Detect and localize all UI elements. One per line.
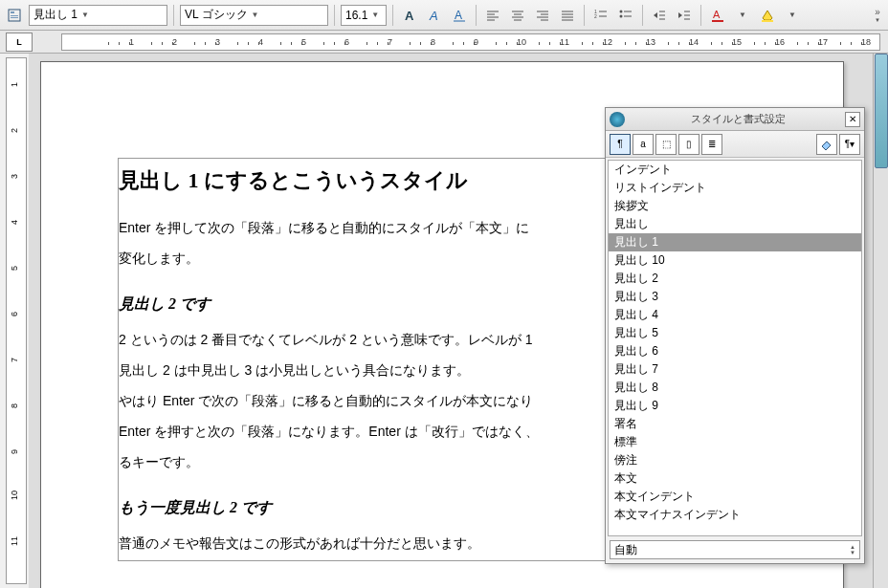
styles-formatting-panel: スタイルと書式設定 ✕ ¶ a ⬚ ▯ ≣ ¶▾ インデントリストインデント挨拶… [605, 107, 865, 564]
vruler-tick: 2 [10, 128, 19, 133]
styles-panel-toggle[interactable] [4, 5, 25, 26]
svg-marker-36 [678, 12, 682, 18]
paragraph-styles-button[interactable]: ¶ [610, 134, 631, 155]
style-list-item[interactable]: 本文マイナスインデント [609, 506, 861, 524]
decrease-indent-button[interactable] [649, 5, 670, 26]
style-list-item[interactable]: 標準 [609, 433, 861, 451]
separator [476, 5, 477, 26]
svg-point-28 [620, 10, 623, 12]
ruler-tick: 16 [775, 37, 785, 47]
style-list-item[interactable]: リストインデント [609, 179, 861, 197]
svg-text:A: A [713, 9, 721, 20]
style-list-item[interactable]: 見出し 9 [609, 397, 861, 415]
vruler-tick: 11 [10, 536, 19, 546]
spin-arrows-icon: ▲▼ [850, 544, 855, 555]
align-center-button[interactable] [507, 5, 528, 26]
character-styles-button[interactable]: a [633, 134, 654, 155]
vruler-tick: 1 [10, 82, 19, 87]
svg-marker-42 [763, 11, 772, 20]
style-filter-value: 自動 [614, 542, 637, 558]
style-list-item[interactable]: 見出し 6 [609, 342, 861, 360]
horizontal-ruler[interactable]: 123456789101112131415161718 [61, 33, 880, 51]
style-filter-select[interactable]: 自動 ▲▼ [610, 540, 860, 559]
vruler-tick: 6 [10, 312, 19, 316]
toolbar-overflow-button[interactable]: »▼ [871, 2, 884, 29]
tab-stop-button[interactable]: L [6, 33, 33, 52]
style-list-item[interactable]: 見出し 7 [609, 360, 861, 379]
new-style-button[interactable]: ¶▾ [839, 134, 860, 155]
ruler-tick: 10 [517, 37, 526, 47]
vertical-ruler[interactable]: 1234567891011 [6, 57, 27, 584]
style-list-item[interactable]: 見出し 1 [609, 233, 861, 251]
style-list-item[interactable]: 本文 [609, 469, 861, 488]
page-styles-button[interactable]: ▯ [678, 134, 699, 155]
style-list-item[interactable]: 見出し [609, 215, 861, 233]
style-list-item[interactable]: 見出し 2 [609, 270, 861, 288]
vertical-scrollbar[interactable] [873, 54, 888, 588]
ruler-tick: 14 [689, 37, 699, 47]
font-color-button[interactable]: A [707, 5, 728, 26]
separator [642, 5, 643, 26]
style-list-item[interactable]: 見出し 5 [609, 324, 861, 342]
italic-button[interactable]: A [424, 5, 445, 26]
align-right-button[interactable] [532, 5, 553, 26]
chevron-down-icon: ▼ [252, 11, 259, 19]
svg-rect-3 [11, 17, 18, 18]
style-list-item[interactable]: 本文インデント [609, 488, 861, 506]
vruler-tick: 8 [10, 403, 19, 408]
list-styles-button[interactable]: ≣ [701, 134, 722, 155]
style-list-item[interactable]: 見出し 4 [609, 306, 861, 324]
panel-titlebar[interactable]: スタイルと書式設定 ✕ [606, 108, 864, 131]
chevron-down-icon: ▼ [371, 11, 379, 19]
separator [584, 5, 585, 26]
font-color-dropdown[interactable]: ▼ [732, 5, 753, 26]
paragraph-style-select[interactable]: 見出し 1 ▼ [29, 5, 167, 26]
numbered-list-button[interactable]: 12 [590, 5, 611, 26]
style-list-item[interactable]: 見出し 10 [609, 251, 861, 270]
style-list-item[interactable]: インデント [609, 161, 861, 179]
style-list-item[interactable]: 見出し 8 [609, 379, 861, 397]
close-button[interactable]: ✕ [845, 112, 860, 127]
ruler-tick: 15 [732, 37, 742, 47]
style-list-item[interactable]: 傍注 [609, 451, 861, 469]
app-icon [610, 112, 625, 127]
frame-styles-button[interactable]: ⬚ [655, 134, 677, 155]
svg-rect-41 [712, 20, 723, 22]
bullet-list-button[interactable] [615, 5, 636, 26]
font-size-value: 16.1 [345, 9, 367, 22]
vruler-tick: 3 [10, 174, 19, 179]
ruler-tick: 12 [603, 37, 612, 47]
highlight-color-button[interactable] [757, 5, 778, 26]
vruler-tick: 7 [10, 358, 19, 362]
font-size-select[interactable]: 16.1 ▼ [341, 5, 387, 26]
styles-list[interactable]: インデントリストインデント挨拶文見出し見出し 1見出し 10見出し 2見出し 3… [608, 160, 862, 536]
highlight-color-dropdown[interactable]: ▼ [782, 5, 803, 26]
scrollbar-thumb[interactable] [875, 54, 888, 168]
underline-button[interactable]: A [449, 5, 470, 26]
vruler-tick: 5 [10, 266, 19, 271]
align-justify-button[interactable] [557, 5, 578, 26]
separator [700, 5, 701, 26]
svg-marker-32 [654, 12, 657, 18]
style-list-item[interactable]: 挨拶文 [609, 197, 861, 215]
svg-text:2: 2 [594, 13, 597, 19]
svg-text:A: A [429, 9, 438, 23]
font-name-select[interactable]: VL ゴシック ▼ [180, 5, 328, 26]
ruler-tick: 11 [560, 37, 569, 47]
svg-text:A: A [405, 9, 414, 23]
vruler-tick: 9 [10, 449, 19, 454]
font-name-value: VL ゴシック [185, 7, 248, 23]
vruler-tick: 4 [10, 220, 19, 225]
style-list-item[interactable]: 署名 [609, 415, 861, 433]
chevron-down-icon: ▼ [81, 11, 89, 19]
svg-rect-43 [762, 20, 773, 22]
align-left-button[interactable] [482, 5, 503, 26]
separator [173, 5, 174, 26]
style-list-item[interactable]: 見出し 3 [609, 288, 861, 306]
separator [334, 5, 335, 26]
close-icon: ✕ [849, 114, 856, 124]
increase-indent-button[interactable] [674, 5, 695, 26]
bold-button[interactable]: A [399, 5, 420, 26]
panel-toolbar: ¶ a ⬚ ▯ ≣ ¶▾ [606, 131, 864, 158]
fill-format-button[interactable] [816, 134, 837, 155]
